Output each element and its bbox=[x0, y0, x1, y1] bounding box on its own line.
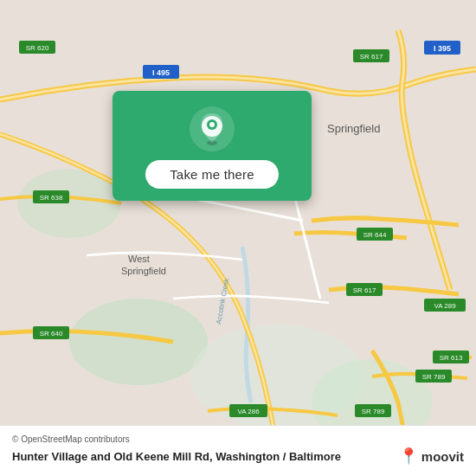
moovit-pin-icon: 📍 bbox=[399, 447, 418, 466]
attribution: © OpenStreetMap contributors bbox=[12, 434, 464, 444]
attribution-text: © OpenStreetMap contributors bbox=[12, 434, 130, 444]
svg-text:Springfield: Springfield bbox=[327, 122, 380, 135]
svg-text:SR 644: SR 644 bbox=[363, 231, 387, 239]
map-svg: I 495 I 395 SR 617 SR 617 SR 638 SR 640 … bbox=[0, 0, 476, 476]
svg-text:SR 617: SR 617 bbox=[360, 53, 383, 61]
svg-text:I 495: I 495 bbox=[152, 68, 170, 77]
moovit-label: moovit bbox=[421, 449, 464, 464]
bottom-bar: © OpenStreetMap contributors Hunter Vill… bbox=[0, 425, 476, 476]
take-me-there-button[interactable]: Take me there bbox=[145, 160, 279, 189]
svg-text:SR 789: SR 789 bbox=[362, 408, 385, 415]
svg-point-1 bbox=[69, 299, 208, 385]
svg-text:SR 613: SR 613 bbox=[440, 354, 463, 362]
location-pin-icon bbox=[190, 106, 235, 151]
svg-point-39 bbox=[209, 122, 215, 127]
map-container: I 495 I 395 SR 617 SR 617 SR 638 SR 640 … bbox=[0, 0, 476, 476]
svg-text:SR 640: SR 640 bbox=[40, 330, 63, 338]
svg-text:Springfield: Springfield bbox=[121, 266, 166, 276]
bottom-content: Hunter Village and Old Keene Mill Rd, Wa… bbox=[12, 447, 464, 466]
svg-text:VA 289: VA 289 bbox=[434, 302, 456, 310]
moovit-logo: 📍 moovit bbox=[399, 447, 464, 466]
svg-text:SR 620: SR 620 bbox=[26, 44, 49, 52]
svg-text:SR 789: SR 789 bbox=[422, 373, 446, 381]
svg-text:I 395: I 395 bbox=[434, 44, 451, 53]
svg-text:SR 617: SR 617 bbox=[353, 286, 376, 294]
svg-text:SR 638: SR 638 bbox=[40, 194, 63, 202]
svg-text:West: West bbox=[128, 254, 150, 264]
svg-text:VA 286: VA 286 bbox=[237, 408, 260, 415]
location-name: Hunter Village and Old Keene Mill Rd, Wa… bbox=[12, 450, 399, 463]
location-card: Take me there bbox=[113, 91, 312, 201]
